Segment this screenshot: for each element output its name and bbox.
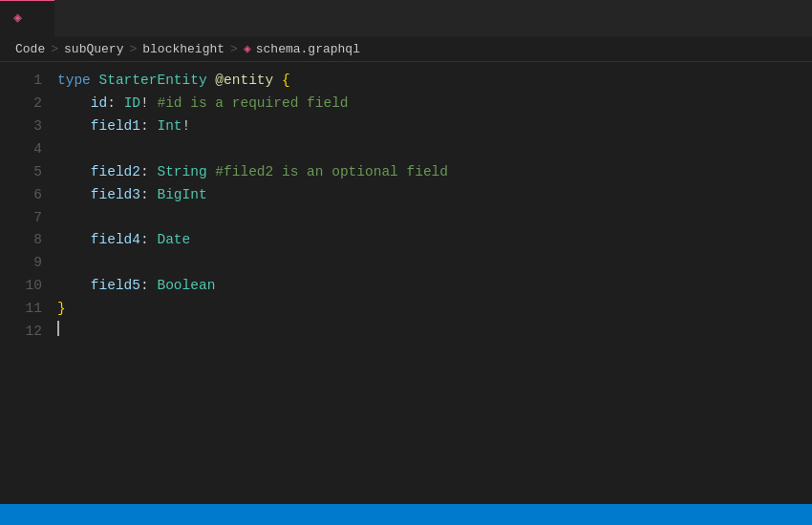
breadcrumb-blockheight[interactable]: blockheight bbox=[142, 42, 224, 56]
breadcrumb-sep-1: > bbox=[51, 42, 58, 56]
line-number: 2 bbox=[33, 93, 42, 116]
type-name-token: BigInt bbox=[157, 184, 206, 207]
line-number: 3 bbox=[33, 116, 42, 138]
code-line: ​ bbox=[57, 252, 793, 275]
field-token: id bbox=[91, 93, 107, 116]
type-name-token: ID bbox=[124, 93, 140, 116]
breadcrumb-code[interactable]: Code bbox=[15, 42, 45, 56]
type-name-token: Boolean bbox=[157, 275, 215, 298]
line-number: 4 bbox=[33, 138, 42, 161]
breadcrumb-filename: schema.graphql bbox=[256, 42, 360, 56]
line-number: 9 bbox=[33, 252, 42, 275]
type-name-token: Date bbox=[157, 229, 190, 252]
line-number: 1 bbox=[33, 70, 42, 93]
colon-token: : bbox=[140, 184, 157, 207]
line-number: 8 bbox=[33, 229, 42, 252]
editor: 123456789101112 type StarterEntity @enti… bbox=[0, 62, 812, 499]
status-bar bbox=[0, 504, 812, 525]
kw-token: type bbox=[57, 70, 91, 93]
line-number: 7 bbox=[33, 207, 42, 230]
code-line: ​ bbox=[57, 321, 793, 345]
brace-token: { bbox=[282, 70, 290, 93]
line-numbers: 123456789101112 bbox=[0, 70, 57, 499]
breadcrumb-sep-3: > bbox=[230, 42, 238, 56]
line-number: 11 bbox=[26, 298, 42, 321]
colon-token: : bbox=[107, 93, 123, 116]
colon-token: : bbox=[140, 229, 157, 252]
code-content[interactable]: type StarterEntity @entity { id: ID! #id… bbox=[57, 70, 812, 499]
code-line: type StarterEntity @entity { bbox=[57, 70, 793, 93]
field-token: field3 bbox=[91, 184, 140, 207]
field-token: field2 bbox=[91, 161, 140, 184]
line-number: 12 bbox=[26, 321, 42, 344]
tab-schema-graphql[interactable]: ◈ bbox=[0, 0, 54, 36]
code-line: ​ bbox=[57, 207, 793, 230]
comment-token: #id is a required field bbox=[157, 93, 348, 116]
field-token: field5 bbox=[91, 275, 140, 298]
decorator-token: @entity bbox=[215, 70, 273, 93]
text-cursor bbox=[57, 321, 59, 336]
tab-bar: ◈ bbox=[0, 0, 812, 36]
colon-token: : bbox=[140, 275, 157, 298]
code-line: field4: Date bbox=[57, 229, 793, 252]
colon-token: : bbox=[140, 116, 157, 138]
graphql-breadcrumb-icon: ◈ bbox=[244, 41, 251, 56]
entity-name-token: StarterEntity bbox=[99, 70, 207, 93]
line-number: 6 bbox=[33, 184, 42, 207]
field-token: field4 bbox=[91, 229, 140, 252]
required-token: ! bbox=[182, 116, 191, 138]
line-number: 10 bbox=[26, 275, 42, 298]
graphql-icon: ◈ bbox=[13, 11, 22, 26]
breadcrumb-subquery[interactable]: subQuery bbox=[64, 42, 123, 56]
code-line: field1: Int! bbox=[57, 116, 793, 138]
code-line: field2: String #filed2 is an optional fi… bbox=[57, 161, 793, 184]
type-name-token: String bbox=[157, 161, 206, 184]
type-name-token: Int bbox=[157, 116, 182, 138]
brace-token: } bbox=[57, 298, 66, 321]
code-line: field3: BigInt bbox=[57, 184, 793, 207]
colon-token: : bbox=[140, 161, 157, 184]
breadcrumb-file[interactable]: ◈ schema.graphql bbox=[244, 41, 360, 56]
line-number: 5 bbox=[33, 161, 42, 184]
code-line: id: ID! #id is a required field bbox=[57, 93, 793, 116]
code-line: field5: Boolean bbox=[57, 275, 793, 298]
code-line: } bbox=[57, 298, 793, 321]
breadcrumb: Code > subQuery > blockheight > ◈ schema… bbox=[0, 36, 812, 62]
field-token: field1 bbox=[91, 116, 140, 138]
comment-token: #filed2 is an optional field bbox=[215, 161, 448, 184]
code-line: ​ bbox=[57, 138, 793, 161]
breadcrumb-sep-2: > bbox=[129, 42, 137, 56]
required-token: ! bbox=[140, 93, 149, 116]
